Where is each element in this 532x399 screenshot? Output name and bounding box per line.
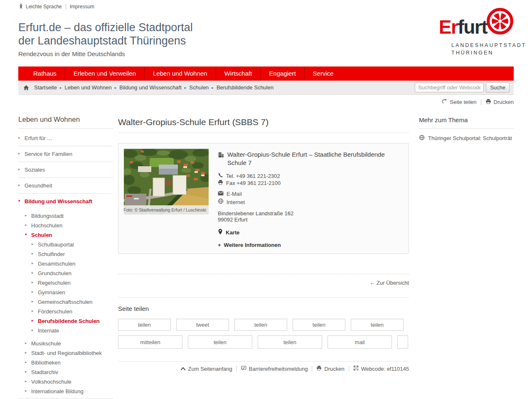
- sidebar-item-gymnasien[interactable]: ▸Gymnasien: [32, 288, 113, 297]
- share-page-link[interactable]: Seite teilen: [441, 99, 476, 106]
- breadcrumb-separator-icon: ▸: [212, 86, 214, 90]
- sidebar-item-foerderschulen[interactable]: ▸Förderschulen: [32, 307, 113, 316]
- school-name: Walter-Gropius-Schule Erfurt – Staatlich…: [227, 150, 403, 167]
- print-page-label: Drucken: [494, 99, 514, 105]
- home-icon[interactable]: [23, 85, 29, 91]
- footer-print-label: Drucken: [324, 366, 344, 372]
- share-button-teilen-3[interactable]: teilen: [258, 335, 322, 349]
- school-email-link[interactable]: E-Mail: [227, 190, 242, 198]
- logo-word-red: Er: [439, 16, 458, 38]
- sidebar-item-gemeinschaftsschulen[interactable]: ▸Gemeinschaftsschulen: [32, 297, 113, 307]
- nav-item-erleben-und-verweilen[interactable]: Erleben und Verweilen: [65, 66, 144, 81]
- globe-icon: [218, 198, 224, 207]
- chevron-down-icon: ▾: [25, 232, 31, 236]
- footer-print-link[interactable]: Drucken: [316, 365, 344, 372]
- breadcrumb-item-schulen[interactable]: Schulen: [189, 84, 209, 91]
- share-button-teilen-5[interactable]: teilen: [351, 319, 404, 331]
- sidebar-item-bibliotheken[interactable]: ▸Bibliotheken: [25, 358, 113, 367]
- sidebar-item-hochschulen[interactable]: ▸Hochschulen: [25, 221, 113, 230]
- utility-divider: [66, 4, 66, 10]
- webcode-qr-icon: [353, 365, 359, 372]
- page-actions: Seite teilen Drucken: [18, 99, 514, 106]
- schulportal-link[interactable]: Thüringer Schulportal: Schulporträt: [419, 135, 514, 142]
- sidebar-item-schulen[interactable]: ▾Schulen: [25, 230, 113, 240]
- chevron-right-icon: ▸: [32, 289, 38, 294]
- footer-divider: [349, 366, 349, 372]
- sidebar-item-label: Gesamtschulen: [38, 261, 75, 267]
- nav-item-leben-und-wohnen[interactable]: Leben und Wohnen: [144, 66, 216, 81]
- nav-item-engagiert[interactable]: Engagiert: [260, 66, 304, 81]
- back-to-overview-label: Zur Übersicht: [377, 280, 409, 286]
- breadcrumb-item-leben-und-wohnen[interactable]: Leben und Wohnen: [64, 84, 111, 91]
- logo-word-dark: furt: [458, 16, 487, 38]
- impressum-link[interactable]: Impressum: [70, 4, 94, 10]
- photo-caption: Foto: © Stadtverwaltung Erfurt / Luschin…: [124, 207, 206, 212]
- nav-item-service[interactable]: Service: [304, 66, 342, 81]
- sidebar-item-internationale-bildung[interactable]: ▸Internationale Bildung: [25, 387, 113, 396]
- sidebar-item-schulbauportal[interactable]: ▸Schulbauportal: [32, 240, 113, 249]
- left-sidebar: Leben und Wohnen ▸Erfurt für …▸Service f…: [18, 116, 113, 399]
- footer-divider: [236, 366, 237, 372]
- breadcrumb-item-startseite[interactable]: Startseite: [34, 84, 57, 91]
- leichte-sprache-link[interactable]: Leichte Sprache: [18, 3, 62, 10]
- back-to-overview-link[interactable]: ← Zur Übersicht: [369, 280, 409, 286]
- sidebar-item-schulfinder[interactable]: ▸Schulfinder: [32, 249, 113, 259]
- sidebar-item-erfurt-fuer[interactable]: ▸Erfurt für …: [18, 131, 113, 146]
- share-button-teilen-2[interactable]: teilen: [188, 335, 252, 349]
- sidebar-item-label: Bildung und Wissenschaft: [25, 198, 92, 204]
- sidebar-item-grundschulen[interactable]: ▸Grundschulen: [32, 268, 113, 278]
- search-button[interactable]: Suche: [486, 82, 510, 93]
- chevron-right-icon: ▸: [32, 261, 38, 265]
- main-nav: RathausErleben und VerweilenLeben und Wo…: [18, 66, 514, 81]
- webcode: Webcode: ef110145: [353, 365, 409, 372]
- school-internet-link[interactable]: Internet: [227, 198, 245, 207]
- accessibility-report-link[interactable]: Barrierefreiheitsmeldung: [241, 365, 308, 372]
- map-link[interactable]: Karte: [218, 229, 403, 236]
- right-sidebar: Mehr zum Thema Thüringer Schulportal: Sc…: [419, 116, 514, 142]
- sidebar-item-gesamtschulen[interactable]: ▸Gesamtschulen: [32, 259, 113, 268]
- share-button-tweet-2[interactable]: tweet: [176, 319, 229, 331]
- print-page-link[interactable]: Drucken: [485, 99, 514, 106]
- sidebar-item-label: Förderschulen: [38, 308, 72, 315]
- share-button-teilen-1[interactable]: teilen: [118, 319, 171, 331]
- school-fax: Fax +49 361 221-2100: [226, 180, 281, 187]
- sidebar-item-regelschulen[interactable]: ▸Regelschulen: [32, 278, 113, 288]
- fax-icon: [218, 180, 223, 187]
- printer-icon: [485, 99, 491, 106]
- sidebar-item-bildungsstadt[interactable]: ▸Bildungsstadt: [25, 211, 113, 221]
- chevron-right-icon: ▸: [25, 369, 31, 374]
- share-button-empty[interactable]: [397, 335, 408, 349]
- plus-icon: +: [218, 242, 221, 248]
- share-button-teilen-4[interactable]: teilen: [293, 319, 345, 331]
- sidebar-item-musikschule[interactable]: ▸Musikschule: [25, 339, 113, 348]
- sidebar-item-soziales[interactable]: ▸Soziales: [18, 162, 113, 177]
- share-button-mail-4[interactable]: mail: [328, 335, 392, 349]
- sidebar-item-label: Gemeinschaftsschulen: [38, 299, 93, 305]
- chevron-right-icon: ▸: [18, 135, 25, 140]
- sidebar-item-bildung-und-wissenschaft[interactable]: ▾Bildung und Wissenschaft: [18, 193, 113, 209]
- erfurt-logo[interactable]: Erfurt LANDESHAUPTSTADT THÜRINGEN: [426, 4, 514, 59]
- sidebar-item-internate[interactable]: ▸Internate: [32, 326, 113, 335]
- nav-item-rathaus[interactable]: Rathaus: [25, 66, 65, 81]
- sidebar-item-stadt-und-regionalbibliothek[interactable]: ▸Stadt- und Regionalbibliothek: [25, 348, 113, 358]
- chevron-right-icon: ▸: [25, 213, 31, 217]
- sidebar-item-berufsbildende-schulen[interactable]: ▸Berufsbildende Schulen: [32, 316, 113, 326]
- more-info-link[interactable]: + Weitere Informationen: [218, 242, 403, 248]
- chevron-right-icon: ▸: [25, 360, 31, 364]
- footer-divider: [312, 366, 312, 372]
- sidebar-item-stadtarchiv[interactable]: ▸Stadtarchiv: [25, 367, 113, 377]
- sidebar-item-volkshochschule[interactable]: ▸Volkshochschule: [25, 377, 113, 387]
- sidebar-item-label: Musikschule: [31, 340, 61, 347]
- sidebar-item-label: Hochschulen: [31, 222, 62, 229]
- sidebar-item-label: Gesundheit: [25, 182, 52, 189]
- nav-item-wirtschaft[interactable]: Wirtschaft: [216, 66, 261, 81]
- chevron-right-icon: ▸: [25, 340, 31, 345]
- chevron-right-icon: ▸: [25, 388, 31, 393]
- sidebar-item-service-fuer-familien[interactable]: ▸Service für Familien: [18, 146, 113, 162]
- search-input[interactable]: [415, 83, 484, 92]
- share-button-mitteilen-1[interactable]: mitteilen: [118, 335, 182, 349]
- sidebar-item-gesundheit[interactable]: ▸Gesundheit: [18, 177, 113, 193]
- back-to-top-link[interactable]: Zum Seitenanfang: [180, 366, 232, 372]
- breadcrumb-item-bildung-und-wissenschaft[interactable]: Bildung und Wissenschaft: [119, 84, 182, 91]
- share-button-teilen-3[interactable]: teilen: [234, 319, 287, 331]
